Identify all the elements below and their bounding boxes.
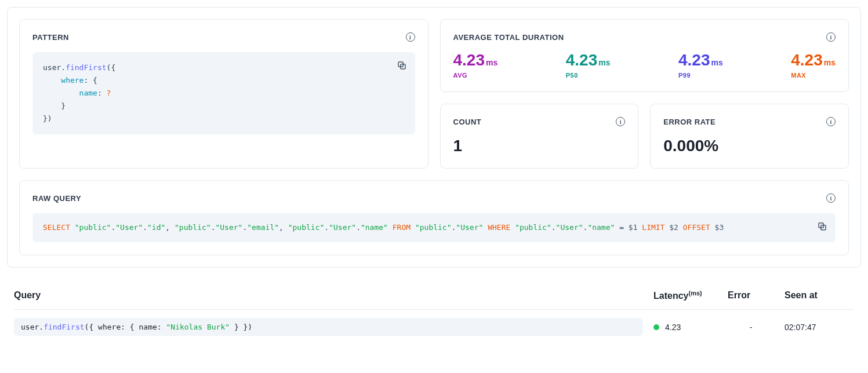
metric-label: AVG bbox=[453, 72, 498, 79]
raw-query-tokens: SELECT "public"."User"."id", "public"."U… bbox=[43, 223, 724, 232]
info-icon[interactable]: i bbox=[406, 32, 415, 42]
metric-p99: 4.23msP99 bbox=[678, 52, 723, 79]
metric-value: 4.23 bbox=[453, 51, 485, 69]
top-grid: PATTERN i user.findFirst({ where: { name… bbox=[19, 19, 849, 169]
info-icon[interactable]: i bbox=[616, 117, 625, 126]
info-icon[interactable]: i bbox=[826, 32, 836, 42]
metric-label: MAX bbox=[791, 72, 836, 79]
count-card: COUNT i 1 bbox=[440, 104, 639, 169]
table-row[interactable]: user.findFirst({ where: { name: "Nikolas… bbox=[14, 310, 854, 344]
pattern-code: user.findFirst({ where: { name: ? } }) bbox=[32, 52, 415, 134]
th-error: Error bbox=[728, 290, 774, 301]
th-seen: Seen at bbox=[785, 290, 854, 301]
metric-p50: 4.23msP50 bbox=[566, 52, 611, 79]
raw-query-card: RAW QUERY i SELECT "public"."User"."id",… bbox=[19, 180, 849, 255]
seen-at-cell: 02:07:47 bbox=[785, 323, 854, 332]
metrics-row: 4.23msAVG4.23msP504.23msP994.23msMAX bbox=[453, 52, 836, 79]
error-rate-title: ERROR RATE bbox=[663, 118, 716, 126]
copy-icon[interactable] bbox=[817, 221, 827, 232]
error-rate-value: 0.000% bbox=[663, 137, 836, 155]
copy-icon[interactable] bbox=[397, 60, 407, 71]
table-body: user.findFirst({ where: { name: "Nikolas… bbox=[14, 310, 854, 344]
info-icon[interactable]: i bbox=[826, 193, 836, 203]
details-panel: PATTERN i user.findFirst({ where: { name… bbox=[7, 7, 861, 268]
count-title: COUNT bbox=[453, 118, 482, 126]
raw-query-code: SELECT "public"."User"."id", "public"."U… bbox=[32, 213, 836, 242]
table-header: Query Latency(ms) Error Seen at bbox=[14, 281, 854, 310]
avg-duration-title: AVERAGE TOTAL DURATION bbox=[453, 33, 564, 42]
error-rate-card: ERROR RATE i 0.000% bbox=[650, 104, 849, 169]
pattern-card: PATTERN i user.findFirst({ where: { name… bbox=[19, 19, 428, 169]
avg-duration-card: AVERAGE TOTAL DURATION i 4.23msAVG4.23ms… bbox=[440, 19, 849, 92]
metric-value: 4.23 bbox=[791, 51, 823, 69]
metric-unit: ms bbox=[598, 58, 610, 67]
metric-avg: 4.23msAVG bbox=[453, 52, 498, 79]
query-cell: user.findFirst({ where: { name: "Nikolas… bbox=[14, 318, 643, 336]
metric-unit: ms bbox=[486, 58, 497, 67]
latency-cell: 4.23 bbox=[653, 323, 717, 332]
info-icon[interactable]: i bbox=[826, 117, 836, 126]
metric-value: 4.23 bbox=[678, 51, 710, 69]
status-dot bbox=[653, 324, 659, 330]
metric-unit: ms bbox=[824, 58, 836, 67]
error-cell: - bbox=[728, 323, 774, 332]
metric-label: P99 bbox=[678, 72, 723, 79]
metric-max: 4.23msMAX bbox=[791, 52, 836, 79]
raw-query-title: RAW QUERY bbox=[32, 194, 81, 203]
th-query: Query bbox=[14, 290, 643, 301]
metric-value: 4.23 bbox=[566, 51, 598, 69]
pattern-title: PATTERN bbox=[32, 33, 69, 42]
count-value: 1 bbox=[453, 137, 626, 155]
th-latency: Latency(ms) bbox=[653, 290, 717, 301]
metric-label: P50 bbox=[566, 72, 611, 79]
queries-table: Query Latency(ms) Error Seen at user.fin… bbox=[7, 281, 861, 344]
metric-unit: ms bbox=[711, 58, 723, 67]
